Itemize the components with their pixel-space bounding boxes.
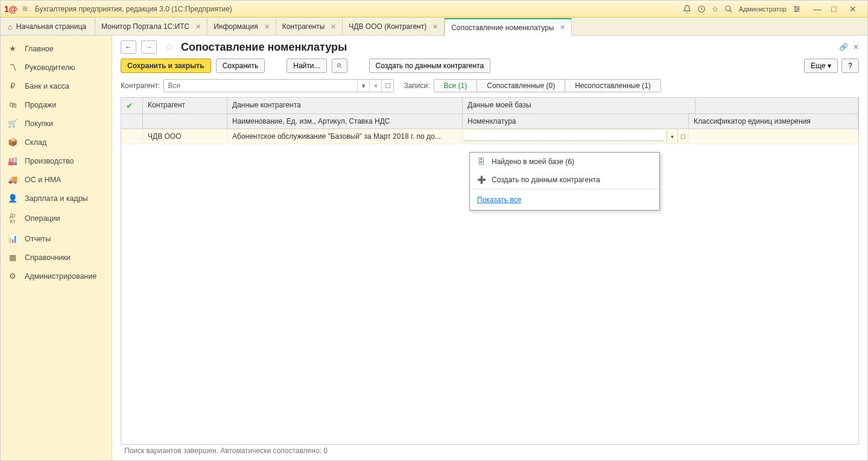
tab-monitor[interactable]: Монитор Портала 1С:ИТС ✕ bbox=[95, 17, 207, 35]
user-label[interactable]: Администратор bbox=[739, 5, 787, 13]
favorite-icon[interactable]: ☆ bbox=[164, 40, 174, 54]
tabstrip: ⌂ Начальная страница Монитор Портала 1С:… bbox=[1, 17, 867, 36]
tab-close-icon[interactable]: ✕ bbox=[432, 23, 438, 31]
kontr-combo[interactable]: ▾ × ☐ bbox=[163, 79, 394, 92]
dd-found[interactable]: 🗄 Найдено в моей базе (6) bbox=[470, 153, 659, 171]
cell-data: Абонентское обслуживание "Базовый" за Ма… bbox=[227, 129, 463, 144]
nav-back-button[interactable]: ← bbox=[121, 40, 136, 54]
th-naim[interactable]: Наименование, Ед. изм., Артикул, Ставка … bbox=[227, 114, 463, 129]
create-by-kontr-button[interactable]: Создать по данным контрагента bbox=[369, 59, 491, 73]
tab-label: Монитор Портала 1С:ИТС bbox=[101, 22, 189, 31]
save-button[interactable]: Сохранить bbox=[216, 59, 265, 73]
sidebar-item-pokupki[interactable]: 🛒Покупки bbox=[1, 114, 112, 133]
tab-kontragenty[interactable]: Контрагенты ✕ bbox=[276, 17, 343, 35]
dd-found-label: Найдено в моей базе (6) bbox=[492, 157, 574, 166]
filter-segments: Все (1) Сопоставленные (0) Несопоставлен… bbox=[434, 79, 661, 92]
sidebar-label: Справочники bbox=[25, 253, 71, 262]
sidebar-item-spravochniki[interactable]: ▦Справочники bbox=[1, 248, 112, 267]
table-row[interactable]: ЧДВ ООО Абонентское обслуживание "Базовы… bbox=[121, 129, 858, 144]
sidebar-item-os-nma[interactable]: 🚚ОС и НМА bbox=[1, 170, 112, 189]
tab-home[interactable]: ⌂ Начальная страница bbox=[3, 17, 95, 35]
sidebar-item-proizvodstvo[interactable]: 🏭Производство bbox=[1, 151, 112, 170]
app-window: 1@ ≡ Бухгалтерия предприятия, редакция 3… bbox=[0, 0, 868, 461]
dd-show-all[interactable]: Показать все bbox=[470, 189, 659, 210]
star-icon[interactable]: ☆ bbox=[712, 5, 718, 13]
nav-forward-button[interactable]: → bbox=[141, 40, 157, 54]
cell-nomen[interactable]: ▾ ☐ bbox=[463, 129, 689, 144]
th-data-base[interactable]: Данные моей базы bbox=[463, 98, 695, 113]
dd-create[interactable]: ➕ Создать по данным контрагента bbox=[470, 171, 659, 189]
sidebar-item-rukovoditelu[interactable]: 〽Руководителю bbox=[1, 58, 112, 77]
th-kontr[interactable]: Контрагент bbox=[143, 98, 227, 113]
truck-icon: 🚚 bbox=[8, 175, 17, 184]
th-check[interactable]: ✔ bbox=[121, 98, 143, 113]
seg-unmatched[interactable]: Несопоставленные (1) bbox=[565, 80, 661, 92]
th-data-kontr[interactable]: Данные контрагента bbox=[227, 98, 463, 113]
table-head: ✔ Контрагент Данные контрагента Данные м… bbox=[121, 98, 858, 129]
main-header: ← → ☆ Сопоставление номенклатуры 🔗 ✕ bbox=[121, 40, 859, 54]
toolbar-right: Еще ▾ ? bbox=[804, 59, 859, 73]
seg-matched[interactable]: Сопоставленные (0) bbox=[477, 80, 565, 92]
history-icon[interactable] bbox=[697, 5, 706, 13]
open-dialog-icon[interactable]: ☐ bbox=[677, 130, 688, 143]
clear-icon[interactable]: × bbox=[369, 80, 381, 92]
home-icon: ⌂ bbox=[8, 22, 13, 31]
sidebar-label: Продажи bbox=[25, 101, 56, 109]
bell-icon[interactable] bbox=[683, 5, 691, 13]
chevron-down-icon[interactable]: ▾ bbox=[667, 130, 677, 143]
tab-close-icon[interactable]: ✕ bbox=[195, 23, 201, 31]
logo-1c: 1@ bbox=[4, 4, 17, 14]
check-icon: ✔ bbox=[126, 101, 133, 110]
sidebar-item-prodazhi[interactable]: 🛍Продажи bbox=[1, 95, 112, 114]
tab-close-icon[interactable]: ✕ bbox=[264, 23, 270, 31]
maximize-icon[interactable]: □ bbox=[831, 4, 846, 14]
th-sub-kontr bbox=[143, 114, 227, 129]
sidebar-item-zarplata[interactable]: 👤Зарплата и кадры bbox=[1, 189, 112, 208]
box-icon: 📦 bbox=[8, 138, 17, 147]
sidebar-item-operacii[interactable]: ДтКтОперации bbox=[1, 208, 112, 229]
nomen-input[interactable] bbox=[465, 132, 664, 141]
sidebar-label: Администрирование bbox=[25, 272, 97, 281]
sidebar-item-otchety[interactable]: 📊Отчеты bbox=[1, 229, 112, 248]
save-close-button[interactable]: Сохранить и закрыть bbox=[121, 59, 211, 73]
th-empty bbox=[695, 98, 858, 113]
chevron-down-icon[interactable]: ▾ bbox=[357, 80, 369, 92]
sidebar-label: Главное bbox=[25, 45, 54, 53]
link-icon[interactable]: 🔗 bbox=[839, 43, 848, 51]
tab-close-icon[interactable]: ✕ bbox=[560, 24, 565, 31]
th-klass[interactable]: Классификатор единиц измерения bbox=[689, 114, 858, 129]
sidebar-label: ОС и НМА bbox=[25, 176, 61, 184]
sidebar-item-glavnoe[interactable]: ★Главное bbox=[1, 39, 112, 58]
book-icon: ▦ bbox=[8, 253, 17, 262]
tab-label: Информация bbox=[214, 22, 258, 31]
sidebar-label: Зарплата и кадры bbox=[25, 194, 88, 203]
main: ← → ☆ Сопоставление номенклатуры 🔗 ✕ Сох… bbox=[112, 36, 867, 460]
find-button[interactable]: Найти... bbox=[287, 59, 326, 73]
sidebar-item-bank[interactable]: ₽Банк и касса bbox=[1, 77, 112, 95]
sidebar-item-admin[interactable]: ⚙Администрирование bbox=[1, 267, 112, 285]
menu-icon[interactable]: ≡ bbox=[22, 4, 27, 14]
cell-check[interactable] bbox=[121, 129, 143, 144]
settings-icon[interactable] bbox=[793, 5, 801, 13]
minimize-icon[interactable]: — bbox=[813, 4, 828, 14]
sidebar-label: Склад bbox=[25, 138, 46, 147]
chart-icon: 〽 bbox=[8, 63, 17, 72]
open-icon[interactable]: ☐ bbox=[381, 80, 393, 92]
more-button[interactable]: Еще ▾ bbox=[804, 59, 838, 73]
th-nomen[interactable]: Номенклатура bbox=[463, 114, 689, 129]
find-clear-button[interactable] bbox=[332, 59, 347, 73]
sidebar-item-sklad[interactable]: 📦Склад bbox=[1, 133, 112, 151]
tab-sopostavlenie[interactable]: Сопоставление номенклатуры ✕ bbox=[445, 18, 572, 36]
tab-chdv[interactable]: ЧДВ ООО (Контрагент) ✕ bbox=[343, 17, 445, 35]
kontr-input[interactable] bbox=[164, 81, 357, 90]
app-title: Бухгалтерия предприятия, редакция 3.0 (1… bbox=[35, 5, 683, 13]
tab-info[interactable]: Информация ✕ bbox=[207, 17, 276, 35]
person-icon: 👤 bbox=[8, 194, 17, 203]
close-icon[interactable]: ✕ bbox=[849, 4, 864, 14]
page-close-icon[interactable]: ✕ bbox=[853, 43, 859, 51]
help-button[interactable]: ? bbox=[841, 59, 859, 73]
seg-all[interactable]: Все (1) bbox=[434, 80, 478, 92]
search-icon[interactable] bbox=[724, 5, 733, 13]
tab-close-icon[interactable]: ✕ bbox=[331, 23, 336, 31]
svg-line-9 bbox=[338, 64, 340, 66]
